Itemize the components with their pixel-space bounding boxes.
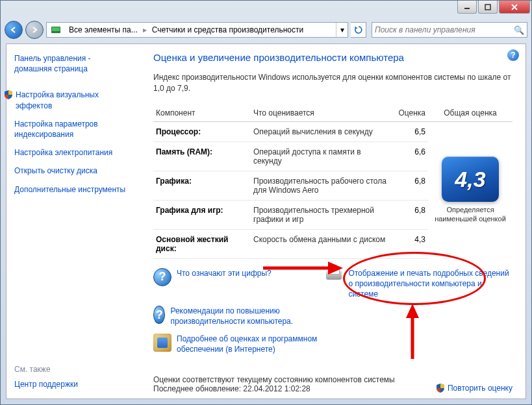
search-input[interactable] — [375, 25, 514, 34]
content-frame: Панель управления - домашняя страница На… — [6, 43, 526, 399]
forward-button[interactable] — [25, 21, 44, 39]
col-score: Оценка — [389, 104, 428, 122]
sidebar-link[interactable]: Настройка электропитания — [14, 147, 129, 158]
software-box-icon — [153, 334, 171, 352]
score-table: Компонент Что оценивается Оценка Общая о… — [153, 104, 513, 259]
table-row: Процессор: Операций вычисления в секунду… — [153, 121, 513, 141]
breadcrumb-dropdown[interactable]: ▾ — [336, 23, 348, 37]
col-what: Что оценивается — [251, 104, 389, 122]
search-box[interactable]: 🔍 — [372, 22, 527, 38]
refresh-button[interactable] — [351, 22, 366, 38]
search-icon[interactable]: 🔍 — [514, 25, 524, 35]
titlebar — [1, 1, 531, 19]
rescore-link[interactable]: Повторить оценку — [436, 383, 513, 393]
close-button[interactable] — [499, 1, 530, 14]
col-component: Компонент — [153, 104, 251, 122]
print-details-link[interactable]: Отображение и печать подробных сведений … — [348, 268, 513, 300]
sidebar-link[interactable]: Дополнительные инструменты — [14, 184, 129, 195]
chevron-right-icon[interactable]: ▸ — [142, 25, 148, 34]
svg-rect-5 — [52, 27, 60, 31]
see-also: См. также Центр поддержки — [14, 365, 78, 389]
maximize-button[interactable] — [478, 1, 498, 14]
question-icon: ? — [153, 306, 165, 324]
minimize-button[interactable] — [457, 1, 477, 14]
navbar: Все элементы па... ▸ Счетчики и средства… — [1, 19, 531, 41]
question-icon: ? — [153, 268, 171, 286]
page-title: Оценка и увеличение производительности к… — [153, 52, 513, 63]
sidebar: Панель управления - домашняя страница На… — [6, 44, 136, 399]
breadcrumb-item[interactable]: Все элементы па... — [65, 23, 142, 37]
back-button[interactable] — [5, 21, 23, 39]
help-button[interactable]: ? — [507, 49, 519, 61]
col-overall: Общая оценка — [428, 104, 513, 122]
breadcrumb-item[interactable]: Счетчики и средства производительности — [148, 23, 307, 37]
page-description: Индекс производительности Windows исполь… — [153, 72, 513, 94]
main-content: ? Оценка и увеличение производительности… — [136, 44, 526, 399]
action-center-link[interactable]: Центр поддержки — [14, 379, 78, 389]
breadcrumb-bar[interactable]: Все элементы па... ▸ Счетчики и средства… — [46, 22, 348, 38]
svg-rect-1 — [485, 5, 490, 10]
shield-icon — [436, 383, 445, 393]
what-numbers-link[interactable]: Что означают эти цифры? — [177, 268, 272, 278]
footer: Оценки соответствуют текущему состоянию … — [153, 375, 513, 393]
online-link[interactable]: Подробнее об оценках и программном обесп… — [177, 334, 318, 354]
footer-updated: Последнее обновление: 22.04.2012 1:02:28 — [153, 384, 395, 393]
overall-score-badge: 4,3 — [442, 156, 499, 202]
see-also-header: См. также — [14, 365, 78, 374]
shield-icon — [4, 90, 13, 100]
overall-score-cell: 4,3 Определяется наименьшей оценкой — [428, 121, 513, 258]
control-panel-window: Все элементы па... ▸ Счетчики и средства… — [0, 0, 532, 405]
sidebar-link[interactable]: Настройка параметров индексирования — [14, 119, 129, 140]
overall-score-label: Определяется наименьшей оценкой — [433, 206, 507, 224]
footer-status: Оценки соответствуют текущему состоянию … — [153, 375, 395, 384]
control-panel-home-link[interactable]: Панель управления - домашняя страница — [14, 53, 129, 74]
sidebar-link[interactable]: Настройка визуальных эффектов — [16, 90, 129, 110]
sidebar-link[interactable]: Открыть очистку диска — [14, 166, 129, 176]
printer-icon — [325, 268, 343, 286]
control-panel-icon — [49, 23, 62, 36]
recommendations-link[interactable]: Рекомендации по повышению производительн… — [170, 306, 318, 326]
